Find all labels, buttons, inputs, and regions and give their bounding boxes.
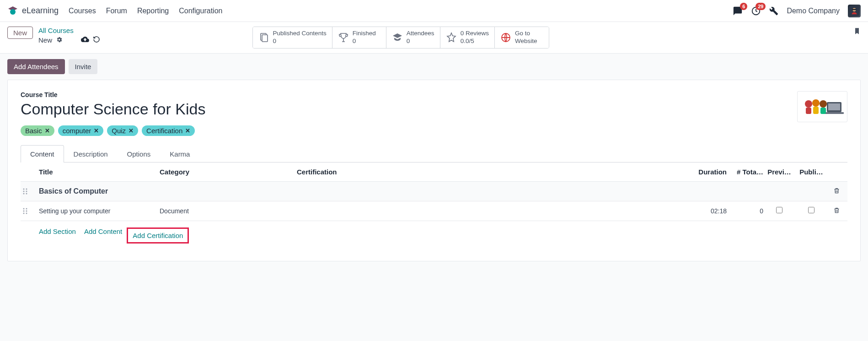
- tag-certification[interactable]: Certification✕: [142, 125, 195, 136]
- svg-point-17: [23, 188, 25, 189]
- header-category[interactable]: Category: [160, 168, 297, 176]
- user-avatar[interactable]: [848, 5, 861, 17]
- svg-point-21: [23, 193, 25, 194]
- new-button[interactable]: New: [7, 27, 33, 39]
- trash-icon[interactable]: [833, 208, 840, 215]
- svg-rect-10: [825, 112, 844, 114]
- nav-forum[interactable]: Forum: [106, 7, 127, 15]
- tab-content[interactable]: Content: [21, 145, 64, 162]
- add-section-link[interactable]: Add Section: [39, 227, 76, 244]
- svg-rect-6: [262, 35, 268, 42]
- header-title[interactable]: Title: [22, 168, 160, 176]
- stat-finished[interactable]: Finished 0: [332, 27, 386, 48]
- header-preview[interactable]: Previ…: [763, 168, 795, 176]
- tab-karma[interactable]: Karma: [160, 145, 199, 162]
- messaging-icon[interactable]: 6: [733, 6, 743, 16]
- add-attendees-button[interactable]: Add Attendees: [7, 59, 65, 74]
- debug-icon[interactable]: [769, 6, 778, 16]
- tab-description[interactable]: Description: [64, 145, 118, 162]
- header-certification[interactable]: Certification: [297, 168, 686, 176]
- activity-icon[interactable]: 29: [751, 6, 761, 16]
- nav-reporting[interactable]: Reporting: [137, 7, 169, 15]
- add-content-link[interactable]: Add Content: [84, 227, 122, 244]
- svg-point-24: [26, 208, 27, 209]
- tag-computer[interactable]: computer✕: [58, 125, 104, 136]
- row-category[interactable]: Document: [160, 207, 297, 215]
- nav-configuration[interactable]: Configuration: [179, 7, 222, 15]
- svg-point-25: [23, 210, 25, 211]
- stat-website-label: Go to: [515, 30, 537, 38]
- header-total[interactable]: # Tota…: [727, 168, 763, 176]
- add-row: Add Section Add Content Add Certificatio…: [21, 221, 847, 250]
- published-checkbox[interactable]: [808, 207, 814, 213]
- tab-options[interactable]: Options: [118, 145, 161, 162]
- tag-close-icon[interactable]: ✕: [45, 127, 50, 134]
- svg-point-28: [26, 212, 27, 214]
- section-title[interactable]: Basics of Computer: [39, 187, 827, 195]
- tabs: Content Description Options Karma: [21, 145, 847, 162]
- navbar-right: 6 29 Demo Company: [733, 5, 861, 17]
- svg-point-18: [26, 188, 27, 189]
- nav-courses[interactable]: Courses: [69, 7, 96, 15]
- stat-finished-value: 0: [353, 38, 376, 45]
- svg-point-26: [26, 210, 27, 211]
- invite-button[interactable]: Invite: [69, 59, 98, 74]
- tag-close-icon[interactable]: ✕: [185, 127, 190, 134]
- tag-close-icon[interactable]: ✕: [129, 127, 134, 134]
- tag-close-icon[interactable]: ✕: [94, 127, 99, 134]
- stat-published[interactable]: Published Contents 0: [253, 27, 332, 48]
- tags: Basic✕ computer✕ Quiz✕ Certification✕: [21, 125, 847, 136]
- company-name[interactable]: Demo Company: [787, 7, 840, 15]
- header-duration[interactable]: Duration: [686, 168, 727, 176]
- top-navbar: eLearning Courses Forum Reporting Config…: [0, 0, 868, 22]
- breadcrumb-current: New: [38, 35, 100, 45]
- control-panel: New All Courses New Published Contents: [0, 22, 868, 54]
- row-title[interactable]: Setting up your computer: [39, 207, 160, 215]
- tag-basic[interactable]: Basic✕: [21, 125, 54, 136]
- svg-rect-14: [813, 107, 819, 114]
- svg-point-11: [805, 100, 812, 108]
- svg-point-15: [820, 100, 827, 108]
- tag-quiz[interactable]: Quiz✕: [107, 125, 138, 136]
- drag-handle-icon[interactable]: [22, 207, 32, 215]
- stat-attendees-label: Attendees: [407, 30, 434, 38]
- messaging-badge: 6: [740, 3, 747, 10]
- drag-handle-icon[interactable]: [22, 188, 32, 195]
- brand-label: eLearning: [22, 6, 59, 16]
- stat-buttons: Published Contents 0 Finished 0 Attendee…: [252, 27, 549, 49]
- stat-finished-label: Finished: [353, 30, 376, 38]
- control-panel-left: New All Courses New: [7, 27, 100, 45]
- row-duration[interactable]: 02:18: [686, 207, 727, 215]
- stat-website[interactable]: Go to Website: [495, 27, 549, 48]
- brand[interactable]: eLearning: [7, 5, 59, 16]
- svg-rect-16: [820, 108, 826, 114]
- course-image[interactable]: [797, 91, 847, 122]
- row-total[interactable]: 0: [727, 207, 763, 215]
- stat-website-value: Website: [515, 38, 537, 45]
- breadcrumb-current-label: New: [38, 36, 52, 44]
- course-title[interactable]: Computer Science for Kids: [21, 100, 847, 118]
- cloud-upload-icon[interactable]: [81, 35, 89, 45]
- header-published[interactable]: Publi…: [795, 168, 827, 176]
- discard-icon[interactable]: [93, 36, 100, 44]
- svg-point-22: [26, 193, 27, 194]
- stat-reviews-value: 0.0/5: [461, 38, 489, 45]
- trash-icon[interactable]: [833, 188, 840, 195]
- bookmark-icon[interactable]: [853, 27, 861, 37]
- stat-attendees[interactable]: Attendees 0: [386, 27, 440, 48]
- svg-point-20: [26, 190, 27, 192]
- action-bar: Add Attendees Invite: [0, 54, 868, 80]
- stat-published-label: Published Contents: [273, 30, 327, 38]
- preview-checkbox[interactable]: [776, 207, 782, 213]
- breadcrumb-all-courses[interactable]: All Courses: [38, 27, 100, 34]
- form-sheet: Course Title Computer Science for Kids B…: [7, 80, 861, 261]
- svg-point-27: [23, 212, 25, 214]
- stat-reviews[interactable]: 0 Reviews 0.0/5: [440, 27, 495, 48]
- gear-icon[interactable]: [56, 36, 63, 44]
- section-row: Basics of Computer: [21, 181, 847, 201]
- svg-rect-4: [852, 9, 856, 10]
- title-label: Course Title: [21, 91, 847, 98]
- svg-point-19: [23, 190, 25, 192]
- svg-point-23: [23, 208, 25, 209]
- add-certification-link[interactable]: Add Certification: [127, 227, 189, 244]
